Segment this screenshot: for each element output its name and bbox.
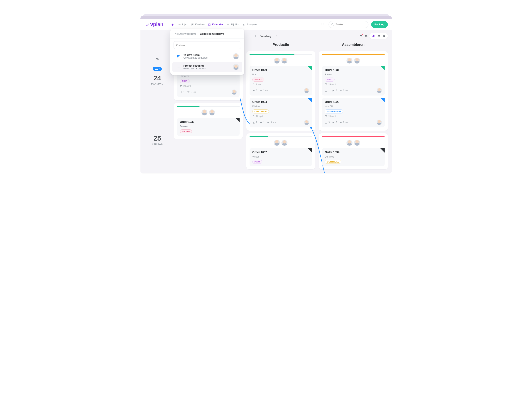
avatar[interactable] bbox=[274, 58, 280, 64]
dropdown-item[interactable]: To do's TeamGewijzigd 23 augustus bbox=[172, 51, 242, 62]
assignee-avatar[interactable] bbox=[377, 120, 382, 125]
prev-button[interactable] bbox=[254, 35, 257, 38]
logo-text: vplan bbox=[150, 21, 163, 27]
column-title: Assembleren bbox=[319, 42, 388, 49]
shuffle-icon bbox=[156, 57, 159, 61]
search-input[interactable] bbox=[336, 23, 366, 26]
tab-gedeelde-weergave[interactable]: Gedeelde weergave bbox=[199, 32, 225, 38]
avatar[interactable] bbox=[354, 58, 360, 64]
kanban-icon bbox=[176, 53, 181, 59]
task-card[interactable]: Order 1031BakkerPRIO24 april162 uur bbox=[322, 66, 384, 95]
assignee-avatar[interactable] bbox=[304, 120, 309, 125]
assignee-avatar[interactable] bbox=[232, 89, 237, 95]
dropdown-item[interactable]: Project planningGewijzigd 18 oktober bbox=[172, 62, 242, 72]
logo-check-icon bbox=[145, 22, 150, 27]
filter-badge bbox=[362, 34, 363, 36]
progress-bar bbox=[322, 136, 384, 137]
dropdown-search[interactable] bbox=[174, 41, 241, 49]
assignee-avatar[interactable] bbox=[377, 88, 382, 93]
action-pill bbox=[369, 33, 388, 39]
avatar[interactable] bbox=[281, 140, 287, 146]
card-corner bbox=[308, 98, 312, 102]
view-kanban[interactable]: Kanban bbox=[191, 23, 205, 26]
card-tag: CONTROLE bbox=[252, 109, 269, 113]
view-tijdlijn[interactable]: Tijdlijn bbox=[227, 23, 239, 26]
task-card[interactable]: Order 1029Van DijkUITGESTELD28 april352 … bbox=[322, 98, 384, 127]
resources-button[interactable] bbox=[383, 35, 385, 38]
view-label: Analyse bbox=[247, 23, 257, 26]
card-subtitle: Visser bbox=[252, 155, 309, 158]
stat-hours: 2 uur bbox=[340, 89, 348, 92]
card-subtitle: Bos bbox=[252, 73, 309, 76]
shuffle-button[interactable] bbox=[156, 57, 159, 62]
avatar[interactable] bbox=[209, 109, 215, 115]
today-label[interactable]: Vandaag bbox=[260, 35, 271, 38]
card-tag: UITGESTELD bbox=[325, 109, 343, 113]
dropdown-tabs: Nieuwe weergave Gedeelde weergave bbox=[170, 29, 244, 38]
visibility-button[interactable] bbox=[364, 34, 368, 38]
task-card[interactable]: Order 1039JansenSPOED bbox=[177, 118, 240, 136]
day-rail: W17 24 MAANDAG 25 DINSDAG bbox=[144, 42, 170, 169]
avatar[interactable] bbox=[347, 58, 353, 64]
avatar[interactable] bbox=[354, 140, 360, 146]
fullscreen-button[interactable] bbox=[320, 22, 326, 27]
stat-uploads: 2 bbox=[252, 121, 257, 124]
backlog-button[interactable]: Backlog bbox=[371, 21, 388, 28]
logo: vplan bbox=[145, 21, 163, 27]
column-title: Productie bbox=[246, 42, 315, 49]
next-button[interactable] bbox=[275, 35, 278, 38]
kanban-icon bbox=[191, 23, 194, 26]
group-avatars bbox=[177, 109, 240, 115]
chevron-left-icon bbox=[254, 35, 257, 37]
card-stats: 213 uur bbox=[252, 120, 309, 125]
day-name: DINSDAG bbox=[152, 143, 163, 145]
card-date: 24 april bbox=[325, 83, 382, 86]
card-corner bbox=[380, 148, 385, 153]
add-view-button[interactable]: ＋ bbox=[170, 22, 175, 27]
team-button[interactable] bbox=[377, 34, 380, 38]
view-label: Lijst bbox=[182, 23, 188, 26]
week-badge: W17 bbox=[153, 67, 162, 71]
task-card[interactable]: Order 1034De VriesCONTROLE bbox=[322, 148, 384, 166]
card-title: Order 1037 bbox=[252, 150, 309, 154]
view-kalender[interactable]: Kalender bbox=[208, 23, 223, 26]
avatar[interactable] bbox=[281, 58, 287, 64]
tab-nieuwe-weergave[interactable]: Nieuwe weergave bbox=[174, 32, 197, 38]
card-corner bbox=[380, 66, 385, 70]
avatar[interactable] bbox=[347, 140, 353, 146]
card-date: 29 april bbox=[180, 85, 237, 87]
avatar[interactable] bbox=[274, 140, 280, 146]
card-subtitle: Van Dijk bbox=[325, 105, 382, 108]
task-card[interactable]: Order 1029BosSPOED7 mei52 uur bbox=[250, 66, 312, 95]
task-card[interactable]: Order 1034DijsktraCONTROLE26 april213 uu… bbox=[250, 98, 312, 127]
card-corner bbox=[308, 66, 312, 70]
card-date: 26 april bbox=[252, 115, 309, 118]
card-stats: 162 uur bbox=[325, 88, 382, 93]
group-avatars bbox=[250, 140, 312, 146]
dropdown-item-avatar bbox=[233, 64, 239, 70]
view-analyse[interactable]: Analyse bbox=[243, 23, 257, 26]
view-lijst[interactable]: Lijst bbox=[178, 23, 188, 26]
avatar[interactable] bbox=[202, 109, 208, 115]
assignee-avatar[interactable] bbox=[304, 88, 309, 93]
task-card[interactable]: Order 1037VisserPRIO bbox=[250, 148, 312, 166]
filter-button[interactable] bbox=[360, 35, 363, 38]
puzzle-icon bbox=[372, 35, 375, 38]
card-stats: 352 uur bbox=[325, 120, 382, 125]
stat-hours: 2 uur bbox=[340, 121, 348, 124]
resources-icon bbox=[383, 35, 385, 38]
dropdown-search-input[interactable] bbox=[176, 44, 238, 47]
extensions-button[interactable] bbox=[372, 35, 375, 38]
window-chrome-strip bbox=[140, 16, 392, 19]
card-tag: CONTROLE bbox=[325, 160, 341, 164]
view-label: Kanban bbox=[195, 23, 205, 26]
dropdown-item-texts: Project planningGewijzigd 18 oktober bbox=[184, 64, 231, 70]
group-avatars bbox=[322, 58, 384, 64]
stat-hours: 3 uur bbox=[267, 121, 276, 124]
card-tag: SPOED bbox=[180, 129, 192, 133]
chevron-right-icon bbox=[275, 35, 278, 37]
card-subtitle: Hofstede bbox=[180, 75, 237, 78]
group-avatars bbox=[250, 58, 312, 64]
fullscreen-icon bbox=[321, 23, 324, 26]
search-field[interactable] bbox=[329, 21, 368, 28]
